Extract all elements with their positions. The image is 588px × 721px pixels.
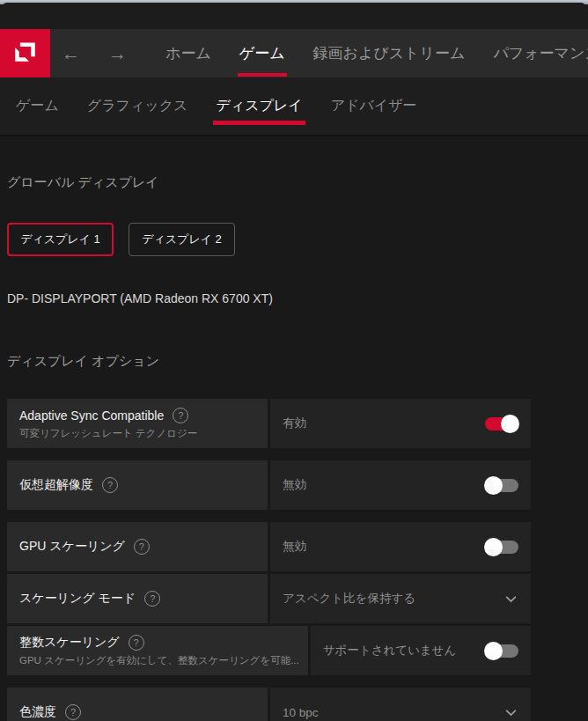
setting-label-cell: GPU スケーリング ?	[7, 522, 268, 571]
setting-row-virtual-super-resolution: 仮想超解像度 ? 無効	[7, 460, 531, 510]
setting-row-integer-scaling: 整数スケーリング ? GPU スケーリングを有効にして、整数スケーリングを可能.…	[7, 626, 531, 675]
setting-label: 整数スケーリング	[19, 635, 120, 651]
setting-value-cell: サポートされていません	[311, 626, 531, 675]
color-depth-dropdown[interactable]: 10 bpc	[270, 688, 531, 721]
setting-label: 仮想超解像度	[19, 477, 93, 493]
setting-value: 有効	[283, 416, 306, 431]
help-icon[interactable]: ?	[173, 408, 188, 423]
setting-label: スケーリング モード	[19, 591, 136, 607]
main-nav-tabs: ホーム ゲーム 録画およびストリーム パフォーマンス	[151, 29, 588, 77]
subtab-advisor[interactable]: アドバイザー	[317, 77, 431, 135]
tab-home[interactable]: ホーム	[151, 29, 225, 77]
chevron-down-icon	[503, 592, 518, 607]
amd-logo-button[interactable]	[0, 29, 50, 77]
setting-value-cell: 有効	[270, 399, 531, 448]
display-2-button[interactable]: ディスプレイ 2	[129, 223, 235, 256]
display-1-button[interactable]: ディスプレイ 1	[7, 223, 114, 256]
setting-label-cell: Adaptive Sync Compatible ? 可変リフレッシュレート テ…	[7, 399, 268, 448]
sub-navbar: ゲーム グラフィックス ディスプレイ アドバイザー	[0, 77, 588, 136]
setting-label: 色濃度	[19, 704, 56, 720]
setting-label: Adaptive Sync Compatible	[19, 408, 164, 423]
subtab-graphics[interactable]: グラフィックス	[73, 77, 202, 135]
help-icon[interactable]: ?	[129, 635, 144, 651]
help-icon[interactable]: ?	[134, 539, 150, 555]
chevron-down-icon	[503, 705, 518, 720]
setting-sublabel: 可変リフレッシュレート テクノロジー	[19, 427, 259, 440]
setting-row-adaptive-sync: Adaptive Sync Compatible ? 可変リフレッシュレート テ…	[7, 399, 531, 448]
display-settings-page: グローバル ディスプレイ ディスプレイ 1 ディスプレイ 2 DP- DISPL…	[0, 136, 588, 721]
setting-value: アスペクト比を保持する	[283, 591, 415, 607]
toggle-knob	[501, 415, 519, 433]
subtab-display[interactable]: ディスプレイ	[202, 77, 316, 135]
setting-label: GPU スケーリング	[19, 539, 125, 555]
display-options-list: Adaptive Sync Compatible ? 可変リフレッシュレート テ…	[7, 399, 531, 721]
virtual-super-resolution-toggle[interactable]	[485, 479, 518, 492]
amd-logo-icon	[13, 40, 37, 67]
setting-row-scaling-mode: スケーリング モード ? アスペクト比を保持する	[7, 574, 531, 623]
tab-record-stream[interactable]: 録画およびストリーム	[299, 29, 480, 77]
help-icon[interactable]: ?	[65, 704, 81, 720]
help-icon[interactable]: ?	[144, 591, 160, 607]
integer-scaling-toggle[interactable]	[485, 644, 518, 658]
setting-row-color-depth: 色濃度 ? 10 bpc	[7, 688, 531, 721]
gpu-scaling-toggle[interactable]	[485, 541, 518, 554]
help-icon[interactable]: ?	[102, 477, 118, 493]
setting-value-cell: 無効	[270, 522, 531, 571]
setting-sublabel: GPU スケーリングを有効にして、整数スケーリングを可能...	[19, 654, 299, 667]
setting-row-gpu-scaling: GPU スケーリング ? 無効	[7, 522, 531, 571]
global-display-heading: グローバル ディスプレイ	[7, 136, 588, 191]
subtab-games[interactable]: ゲーム	[2, 77, 73, 135]
setting-value: 無効	[283, 539, 306, 555]
display-connection-info: DP- DISPLAYPORT (AMD Radeon RX 6700 XT)	[7, 291, 588, 305]
setting-value: 無効	[283, 477, 306, 493]
main-navbar: ← → ホーム ゲーム 録画およびストリーム パフォーマンス	[0, 29, 588, 77]
toggle-knob	[484, 642, 503, 660]
toggle-knob	[484, 476, 503, 495]
forward-arrow-icon[interactable]: →	[108, 29, 127, 77]
display-options-heading: ディスプレイ オプション	[7, 353, 588, 370]
setting-value: サポートされていません	[323, 643, 457, 658]
window-titlebar	[0, 3, 588, 29]
setting-label-cell: 色濃度 ?	[7, 688, 268, 721]
setting-label-cell: 仮想超解像度 ?	[7, 460, 268, 510]
toggle-knob	[484, 538, 503, 556]
setting-label-cell: 整数スケーリング ? GPU スケーリングを有効にして、整数スケーリングを可能.…	[7, 626, 308, 675]
tab-gaming[interactable]: ゲーム	[225, 29, 299, 77]
display-selector: ディスプレイ 1 ディスプレイ 2	[7, 223, 588, 256]
back-arrow-icon[interactable]: ←	[62, 29, 80, 77]
scaling-mode-dropdown[interactable]: アスペクト比を保持する	[270, 574, 531, 623]
setting-value: 10 bpc	[283, 706, 319, 719]
tab-performance[interactable]: パフォーマンス	[479, 29, 588, 77]
setting-label-cell: スケーリング モード ?	[7, 574, 268, 623]
setting-value-cell: 無効	[270, 460, 531, 510]
adaptive-sync-toggle[interactable]	[485, 417, 518, 430]
radeon-software-window: ← → ホーム ゲーム 録画およびストリーム パフォーマンス ゲーム グラフィッ…	[0, 3, 588, 721]
